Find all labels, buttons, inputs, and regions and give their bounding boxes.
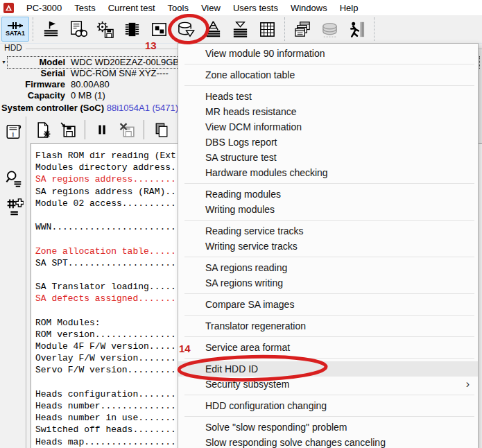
hdd-group-label: HDD — [4, 43, 22, 53]
copy-button[interactable] — [150, 119, 172, 140]
main-toolbar: SATA1 — [0, 15, 482, 44]
menu-item-view-module-90[interactable]: View module 90 information — [178, 46, 478, 61]
settings-save-button[interactable] — [92, 17, 119, 42]
menu-item-view-dcm-information[interactable]: View DCM information — [178, 119, 478, 135]
menu-item-reading-modules[interactable]: Reading modules — [178, 187, 478, 202]
terminal-toolbar-separator — [144, 120, 144, 139]
save-log-button[interactable] — [57, 119, 79, 140]
hdd-combo-arrow-icon[interactable]: ▼ — [1, 60, 6, 64]
delete-log-button[interactable] — [116, 119, 138, 140]
menu-item-hardware-modules-checking[interactable]: Hardware modules checking — [178, 165, 478, 180]
script-log-icon: i — [5, 123, 23, 141]
soc-value[interactable]: 88i1054A1 (5471) — [107, 103, 178, 113]
menu-pc3000[interactable]: PC-3000 — [20, 1, 68, 15]
menu-item-edit-hdd-id[interactable]: Edit HDD ID — [178, 361, 478, 377]
menu-separator — [184, 336, 474, 337]
new-log-button[interactable] — [32, 119, 54, 140]
windows-cascade-icon — [293, 20, 312, 39]
menu-item-hdd-configuration-changing[interactable]: HDD configuration changing — [178, 398, 478, 413]
sector-edit-button[interactable] — [3, 196, 25, 218]
data-table-icon — [258, 20, 277, 39]
data-table-button[interactable] — [254, 17, 281, 42]
hdd-model-value[interactable]: WDC WD20EZAZ-00L9GB0 — [71, 57, 184, 68]
exit-button[interactable] — [343, 17, 370, 42]
hdd-model-label: Model — [8, 57, 65, 68]
toolbar-separator — [33, 17, 34, 41]
menu-separator — [184, 293, 474, 294]
hdd-row-firmware: Firmware 80.00A80 — [8, 79, 184, 90]
view-report-button[interactable] — [64, 17, 92, 42]
menu-users-tests[interactable]: Users tests — [227, 1, 284, 15]
menu-item-writing-modules[interactable]: Writing modules — [178, 202, 478, 217]
menu-item-slow-responding-cancel[interactable]: Slow responding solve changes canceling — [178, 435, 478, 448]
filter-lines-button[interactable] — [227, 17, 254, 42]
copy-icon — [153, 121, 170, 139]
search-params-button[interactable] — [3, 168, 25, 190]
context-menu: View module 90 information Zone allocati… — [178, 43, 479, 448]
menu-separator — [184, 315, 474, 316]
disk-images-button[interactable] — [316, 17, 343, 42]
menubar: PC-3000 Tests Current test Tools View Us… — [0, 0, 482, 15]
menu-current-test[interactable]: Current test — [102, 1, 162, 15]
app-logo-icon — [3, 3, 14, 13]
menu-item-service-area-format[interactable]: Service area format — [178, 340, 478, 355]
menu-item-mr-heads-resistance[interactable]: MR heads resistance — [178, 104, 478, 119]
menu-separator — [184, 220, 474, 221]
service-information-icon — [177, 20, 196, 39]
filter-lines-icon — [231, 20, 250, 39]
menu-tests[interactable]: Tests — [68, 1, 101, 15]
toolbar-separator — [284, 17, 286, 41]
menu-item-sa-regions-writing[interactable]: SA regions writing — [178, 275, 478, 291]
view-report-icon — [69, 20, 87, 39]
svg-text:i: i — [12, 130, 14, 138]
sata1-port-button[interactable]: SATA1 — [1, 17, 29, 42]
script-log-button[interactable]: i — [3, 121, 25, 143]
menu-separator — [184, 85, 474, 86]
exit-icon — [347, 20, 366, 39]
menu-item-reading-service-tracks[interactable]: Reading service tracks — [178, 223, 478, 239]
menu-item-heads-test[interactable]: Heads test — [178, 89, 478, 104]
complex-test-button[interactable] — [200, 17, 227, 42]
service-information-button[interactable] — [173, 17, 200, 42]
menu-item-writing-service-tracks[interactable]: Writing service tracks — [178, 239, 478, 254]
menu-item-dbs-logs-report[interactable]: DBS Logs report — [178, 135, 478, 150]
menu-help[interactable]: Help — [334, 1, 365, 15]
windows-cascade-button[interactable] — [289, 17, 316, 42]
start-test-icon — [42, 20, 60, 39]
menu-separator — [184, 416, 474, 417]
menu-separator — [184, 395, 474, 395]
menu-separator — [184, 358, 474, 359]
soc-line: System controller (SoC) 88i1054A1 (5471)… — [1, 103, 202, 113]
menu-tools[interactable]: Tools — [162, 1, 195, 15]
menu-windows[interactable]: Windows — [284, 1, 334, 15]
submenu-arrow-icon: › — [466, 377, 470, 392]
menu-view[interactable]: View — [195, 1, 227, 15]
save-log-icon — [60, 121, 77, 139]
sata-connector-icon — [7, 21, 24, 30]
menu-separator — [184, 64, 474, 64]
search-params-icon — [5, 170, 23, 188]
menu-item-security-subsystem[interactable]: Security subsystem › — [178, 377, 478, 392]
chip-test-icon — [123, 20, 141, 39]
chip-test-button[interactable] — [119, 17, 146, 42]
new-log-icon — [35, 121, 52, 139]
menu-item-zone-allocation-table[interactable]: Zone allocation table — [178, 67, 478, 83]
delete-log-icon — [119, 121, 136, 139]
toolbar-separator — [374, 17, 375, 41]
hdd-info-rows: Model WDC WD20EZAZ-00L9GB0 Serial WDC-RO… — [8, 57, 184, 101]
left-strip-divider — [26, 117, 26, 448]
sata1-label: SATA1 — [6, 30, 25, 37]
resources-button[interactable] — [146, 17, 173, 42]
hdd-serial-value: WDC-ROM SN# XYZ---- — [71, 68, 169, 79]
menu-item-translator-regeneration[interactable]: Translator regeneration — [178, 318, 478, 334]
menu-item-compare-sa-images[interactable]: Compare SA images — [178, 297, 478, 312]
pause-button[interactable] — [91, 119, 113, 140]
menu-item-security-subsystem-label: Security subsystem — [205, 377, 289, 392]
menu-item-sa-structure-test[interactable]: SA structure test — [178, 150, 478, 165]
hdd-capacity-value: 0 MB (1) — [71, 90, 105, 101]
menu-item-sa-regions-reading[interactable]: SA regions reading — [178, 260, 478, 275]
menu-item-solve-slow-responding[interactable]: Solve "slow responding" problem — [178, 420, 478, 435]
hdd-serial-label: Serial — [8, 68, 65, 79]
start-test-button[interactable] — [37, 17, 64, 42]
menu-separator — [184, 183, 474, 184]
